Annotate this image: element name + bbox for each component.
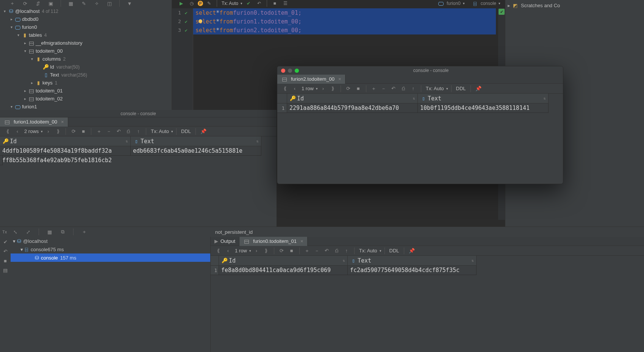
stop-icon[interactable]: ■ — [287, 246, 296, 255]
keys-folder[interactable]: keys — [42, 80, 53, 86]
tx-mode-selector[interactable]: Tx: Auto — [358, 248, 379, 253]
datasource-name[interactable]: @localhost — [15, 8, 40, 14]
edit-icon[interactable]: ✎ — [79, 0, 88, 8]
run-icon[interactable]: ▶ — [177, 0, 186, 8]
stop-icon[interactable]: ■ — [270, 0, 279, 8]
first-page-icon[interactable]: ⟪ — [3, 127, 12, 136]
add-row-icon[interactable]: ＋ — [369, 84, 378, 93]
intention-bulb-icon[interactable] — [199, 19, 202, 23]
tx-mode-selector[interactable]: Tx: Auto — [149, 128, 170, 134]
ddl-button[interactable]: DDL — [388, 248, 401, 253]
stop-icon[interactable]: ■ — [4, 258, 7, 264]
output-tab[interactable]: ▶Output — [211, 237, 239, 246]
tx-mode-selector[interactable]: Tx: Auto — [424, 86, 445, 91]
column-header-rownum[interactable] — [211, 256, 219, 266]
last-page-icon[interactable]: ⟫ — [53, 127, 63, 136]
cell[interactable]: fc2ad590775649058d4b4cdcf875f35c — [348, 266, 477, 275]
refresh-icon[interactable]: ⟳ — [69, 127, 78, 136]
columns-folder[interactable]: columns — [42, 56, 61, 62]
tables-folder[interactable]: tables — [29, 32, 42, 38]
check-icon[interactable]: ✔ — [3, 239, 8, 245]
explain-icon[interactable]: P — [198, 1, 203, 6]
rollback-icon[interactable]: ↶ — [255, 0, 264, 8]
settings-icon[interactable]: ☰ — [281, 0, 290, 8]
grid-icon[interactable]: ▦ — [45, 227, 54, 236]
last-page-icon[interactable]: ⟫ — [328, 84, 338, 93]
services-tree[interactable]: ▾⛁@localhost ▾⌸console675 ms ⛁console157… — [11, 237, 211, 352]
result-grid[interactable]: 🔑Id⇅ ▯Text⇅ 1 774e53a7ce064f129630a93fe8… — [0, 136, 277, 165]
stop-icon[interactable]: ■ — [79, 127, 88, 136]
pin-icon[interactable]: 📌 — [407, 246, 416, 255]
revert-icon[interactable]: ↶ — [322, 246, 331, 255]
first-page-icon[interactable]: ⟪ — [280, 84, 289, 93]
column-text[interactable]: Text — [50, 72, 59, 78]
next-page-icon[interactable]: › — [252, 246, 261, 255]
column-header-text[interactable]: ▯Text⇅ — [348, 256, 477, 266]
cell[interactable]: 4ddfb100589f4e50834a19f8baddf32a — [0, 146, 131, 156]
result-tab[interactable]: furion2.todoitem_00× — [277, 75, 345, 84]
ddl-button[interactable]: DDL — [180, 128, 192, 134]
console-selector[interactable]: console — [481, 1, 496, 6]
expand-icon[interactable]: ⤡ — [11, 227, 20, 236]
layout-icon[interactable]: ◫ — [105, 0, 114, 8]
sort-icon[interactable]: ⇅ — [544, 96, 546, 100]
scratches-node[interactable]: Scratches and Co — [521, 3, 560, 8]
delete-row-icon[interactable]: － — [313, 246, 322, 255]
popup-titlebar[interactable]: console - console — [277, 66, 563, 75]
sort-icon[interactable]: ⇅ — [413, 96, 415, 100]
column-header-id[interactable]: 🔑Id⇅ — [0, 136, 131, 146]
row-count-selector[interactable]: 1 row — [300, 86, 315, 91]
table-view-icon[interactable]: ▦ — [66, 0, 75, 8]
cell[interactable]: ff8b55b368fa4e92ab9b75feb1816cb2 — [0, 156, 3, 165]
commit-icon[interactable]: ✔ — [244, 0, 253, 8]
revert-icon[interactable]: ↶ — [389, 84, 398, 93]
row-number[interactable]: 1 — [211, 266, 219, 275]
filter-icon[interactable]: ▼ — [125, 0, 134, 8]
row-number[interactable]: 1 — [277, 103, 287, 113]
history-icon[interactable]: ◷ — [187, 0, 196, 8]
code-line[interactable]: select * from furion2.todoitem_00; — [193, 26, 496, 34]
prev-page-icon[interactable]: ‹ — [13, 127, 22, 136]
wand-icon[interactable]: ✧ — [92, 0, 101, 8]
services-console-1[interactable]: console — [31, 247, 48, 252]
add-tab-icon[interactable]: ⧉ — [58, 227, 67, 236]
table-todoitem00[interactable]: todoitem_00 — [36, 48, 63, 54]
add-icon[interactable]: ＋ — [8, 0, 17, 8]
table-todoitem02[interactable]: todoitem_02 — [36, 96, 63, 102]
delete-row-icon[interactable]: － — [104, 127, 113, 136]
close-icon[interactable]: × — [61, 119, 64, 125]
add-icon[interactable]: ＋ — [80, 227, 89, 236]
table-todoitem01[interactable]: todoitem_01 — [36, 88, 63, 94]
pin-icon[interactable]: 📌 — [474, 84, 483, 93]
schema-furion1[interactable]: furion1 — [22, 104, 37, 110]
submit-icon[interactable]: ↑ — [134, 127, 143, 136]
sync-icon[interactable]: ⇵ — [33, 0, 42, 8]
window-minimize-icon[interactable] — [288, 69, 292, 73]
pin-icon[interactable]: 📌 — [199, 127, 208, 136]
revert-icon[interactable]: ↶ — [114, 127, 123, 136]
column-header-rownum[interactable] — [277, 94, 287, 103]
delete-row-icon[interactable]: － — [379, 84, 388, 93]
database-tree[interactable]: ▾⛁@localhost4 of 112 ▸dbdbd0 ▾furion0 ▾▮… — [0, 7, 172, 110]
window-close-icon[interactable] — [281, 69, 285, 73]
submit-icon[interactable]: ↑ — [342, 246, 351, 255]
column-id[interactable]: Id — [50, 64, 54, 70]
sort-icon[interactable]: ⇅ — [126, 139, 128, 143]
row-count-selector[interactable]: 1 row — [233, 248, 249, 253]
services-host[interactable]: @localhost — [23, 238, 48, 244]
revert-icon[interactable]: ↶ — [3, 249, 8, 254]
close-icon[interactable]: × — [300, 238, 303, 244]
last-page-icon[interactable]: ⟫ — [262, 246, 271, 255]
column-header-text[interactable]: ▯Text⇅ — [131, 136, 261, 146]
column-header-id[interactable]: 🔑Id⇅ — [287, 94, 418, 103]
add-row-icon[interactable]: ＋ — [94, 127, 103, 136]
next-page-icon[interactable]: › — [319, 84, 328, 93]
prev-page-icon[interactable]: ‹ — [224, 246, 233, 255]
schema-furion0[interactable]: furion0 — [22, 24, 37, 30]
stop-icon[interactable]: ■ — [354, 84, 363, 93]
ddl-button[interactable]: DDL — [455, 86, 467, 91]
add-row-icon[interactable]: ＋ — [303, 246, 312, 255]
first-page-icon[interactable]: ⟪ — [214, 246, 223, 255]
refresh-icon[interactable]: ⟳ — [277, 246, 286, 255]
stop-icon[interactable]: ▣ — [46, 0, 55, 8]
